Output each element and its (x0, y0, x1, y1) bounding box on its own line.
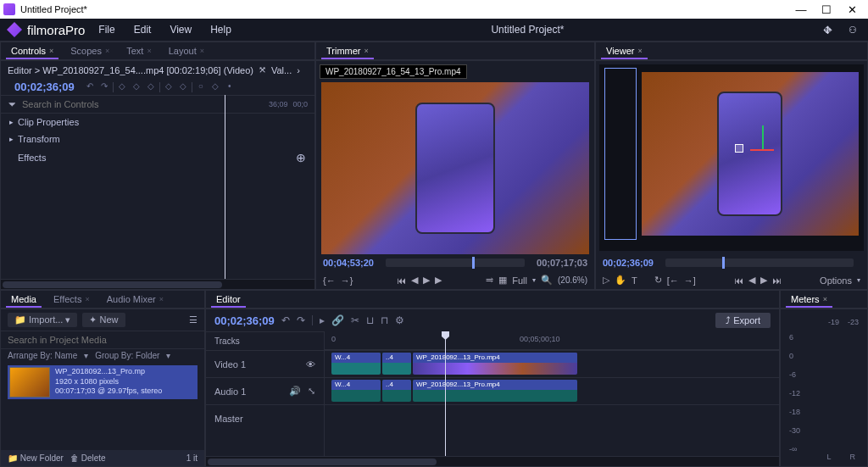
timeline-clip[interactable]: ..4 (382, 380, 411, 402)
close-icon[interactable]: × (49, 47, 53, 55)
step-fwd-icon[interactable]: ▶ (435, 275, 442, 286)
editor-timecode[interactable]: 00;02;36;09 (214, 314, 275, 327)
transform-gizmo[interactable] (750, 137, 774, 161)
close-button[interactable]: ✕ (839, 3, 865, 16)
scale-dropdown[interactable]: Full (512, 275, 527, 286)
prop-clip-properties[interactable]: ▸Clip Properties (1, 114, 314, 131)
tab-media[interactable]: Media (6, 292, 42, 308)
tab-editor[interactable]: Editor (211, 292, 246, 308)
controls-timecode[interactable]: 00;02;36;09 (8, 79, 81, 95)
undo-icon[interactable]: ↶ (281, 314, 290, 326)
tab-controls[interactable]: Controls× (6, 44, 58, 59)
timeline-clip[interactable]: WP_2018092...13_Pro.mp4 (413, 353, 577, 375)
trimmer-scrubber[interactable] (386, 259, 525, 267)
media-clip-item[interactable]: WP_2018092...13_Pro.mp 1920 x 1080 pixel… (8, 365, 198, 399)
key-set-icon[interactable]: ◇ (209, 81, 221, 93)
value-display-label[interactable]: Val... (271, 65, 292, 75)
minimize-button[interactable]: — (788, 3, 814, 16)
undo-icon[interactable]: ↶ (84, 81, 96, 93)
solo-icon[interactable]: ⤡ (308, 386, 315, 397)
close-icon[interactable]: × (147, 47, 151, 55)
redo-icon[interactable]: ↷ (297, 314, 305, 326)
magnet-icon[interactable]: ⊓ (381, 314, 388, 326)
dot-icon[interactable]: • (224, 81, 236, 93)
go-start-icon[interactable]: ⏮ (397, 275, 406, 286)
key-icon[interactable]: ◇ (131, 81, 142, 93)
go-start-icon[interactable]: ⏮ (734, 275, 743, 286)
slice-tool-icon[interactable]: ✂ (351, 314, 359, 326)
filter-icon[interactable]: ⏷ (8, 99, 17, 109)
tab-audiomixer[interactable]: Audio Mixer× (102, 292, 169, 306)
step-back-icon[interactable]: ◀ (411, 275, 418, 286)
tab-text[interactable]: Text× (121, 44, 156, 58)
key-prev-icon[interactable]: ◇ (116, 81, 128, 93)
track-master[interactable]: Master (206, 404, 324, 431)
search-controls-input[interactable] (22, 99, 264, 109)
controls-scrollbar[interactable] (1, 279, 314, 289)
viewer-video[interactable] (599, 64, 864, 251)
loop-icon[interactable]: ↻ (654, 275, 662, 286)
eye-icon[interactable]: 👁 (306, 359, 315, 370)
chevron-right-icon[interactable]: › (297, 65, 300, 75)
pointer-tool-icon[interactable]: ▸ (320, 314, 325, 326)
go-end-icon[interactable]: ⏭ (772, 275, 782, 286)
trimmer-out-tc[interactable]: 00;07;17;03 (537, 258, 587, 268)
timeline[interactable]: 0 00;05;00;10 W...4 ..4 WP_2018092...13_… (325, 331, 779, 456)
list-view-icon[interactable]: ☰ (189, 314, 198, 325)
arrange-dropdown[interactable]: Arrange By: Name (8, 351, 77, 360)
close-icon[interactable]: × (823, 295, 827, 303)
export-button[interactable]: ⤴ Export (715, 313, 771, 328)
viewer-safe-box[interactable] (604, 68, 636, 239)
redo-icon[interactable]: ↷ (98, 81, 110, 93)
import-button[interactable]: 📁 Import... ▾ (8, 313, 77, 327)
tab-scopes[interactable]: Scopes× (65, 44, 114, 58)
options-dropdown[interactable]: Options (820, 275, 852, 286)
menu-file[interactable]: File (93, 22, 120, 37)
search-media-input[interactable] (8, 335, 198, 345)
set-in-icon[interactable]: {← (323, 275, 336, 286)
close-icon[interactable]: × (200, 47, 204, 55)
controls-playhead[interactable] (225, 95, 225, 279)
close-icon[interactable]: × (364, 47, 369, 55)
timeline-clip[interactable]: WP_2018092...13_Pro.mp4 (413, 380, 577, 402)
close-icon[interactable]: × (637, 47, 642, 55)
prop-effects[interactable]: Effects⊕ (1, 147, 314, 168)
link-tool-icon[interactable]: 🔗 (331, 314, 344, 326)
trimmer-in-tc[interactable]: 00;04;53;20 (323, 258, 374, 268)
delete-button[interactable]: 🗑 Delete (70, 453, 106, 463)
timeline-playhead[interactable] (445, 331, 446, 456)
select-tool-icon[interactable]: ▷ (603, 275, 609, 286)
account-icon[interactable]: ⚇ (844, 25, 861, 36)
maximize-button[interactable]: ☐ (814, 3, 839, 16)
tab-viewer[interactable]: Viewer× (601, 44, 648, 59)
key-modify-icon[interactable]: ◇ (177, 81, 189, 93)
insert-clip-icon[interactable]: ⥤ (486, 275, 493, 286)
tab-meters[interactable]: Meters× (786, 292, 832, 308)
in-icon[interactable]: [← (667, 275, 679, 286)
close-icon[interactable]: × (85, 295, 89, 303)
out-icon[interactable]: →] (684, 275, 696, 286)
new-folder-button[interactable]: 📁 New Folder (8, 453, 64, 463)
key-next-icon[interactable]: ◇ (145, 81, 157, 93)
key-add-icon[interactable]: ◇ (163, 81, 175, 93)
zoom-icon[interactable]: 🔍 (541, 275, 553, 286)
hand-tool-icon[interactable]: ✋ (615, 275, 626, 286)
circle-icon[interactable]: ○ (195, 81, 207, 93)
close-icon[interactable]: × (159, 295, 164, 303)
mute-icon[interactable]: 🔊 (289, 386, 301, 397)
set-out-icon[interactable]: →} (341, 275, 353, 286)
new-button[interactable]: ✦ New (82, 313, 125, 327)
track-video1[interactable]: Video 1👁 (206, 350, 324, 377)
viewer-scrubber[interactable] (665, 259, 854, 267)
step-back-icon[interactable]: ◀ (748, 275, 755, 286)
overlay-clip-icon[interactable]: ▦ (498, 275, 507, 286)
menu-help[interactable]: Help (205, 22, 236, 37)
tab-effects[interactable]: Effects× (48, 292, 95, 306)
cart-icon[interactable]: ⛖ (819, 25, 836, 35)
timeline-clip[interactable]: W...4 (331, 380, 381, 402)
trimmer-video[interactable] (321, 82, 589, 254)
group-dropdown[interactable]: Group By: Folder (95, 351, 159, 360)
close-icon[interactable]: × (105, 47, 109, 55)
timeline-clip[interactable]: ..4 (382, 353, 411, 375)
snap-icon[interactable]: ⊔ (366, 314, 374, 326)
